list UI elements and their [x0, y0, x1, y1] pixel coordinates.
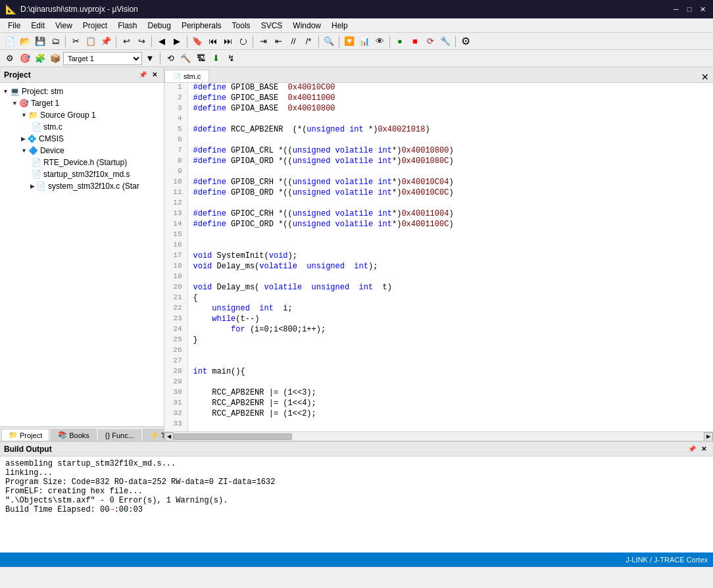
debug-view-button[interactable]: 📊	[357, 34, 372, 49]
download2-button[interactable]: ↯	[224, 51, 238, 66]
code-container[interactable]: 1#define GPIOB_BASE 0x40010C002#define G…	[164, 83, 713, 431]
new-file-button[interactable]: 📄	[3, 34, 17, 49]
line-content[interactable]	[187, 114, 713, 125]
line-content[interactable]: {	[187, 293, 713, 304]
line-content[interactable]	[187, 167, 713, 178]
menu-debug[interactable]: Debug	[143, 20, 176, 32]
line-content[interactable]: unsigned int i;	[187, 304, 713, 314]
close-button[interactable]: ✕	[697, 4, 708, 14]
nav-back-button[interactable]: ◀	[155, 34, 169, 49]
panel-tab-books[interactable]: 📚Books	[51, 429, 97, 441]
menu-view[interactable]: View	[50, 20, 78, 32]
tree-item[interactable]: ▶💠CMSIS	[0, 133, 164, 145]
indent-button[interactable]: ⇥	[256, 34, 270, 49]
rebuild-button[interactable]: 🏗	[193, 51, 208, 66]
menu-edit[interactable]: Edit	[26, 20, 50, 32]
find-button[interactable]: 🔍	[322, 34, 336, 49]
line-content[interactable]: int main(){	[187, 367, 713, 378]
tree-item[interactable]: ▶📄system_stm32f10x.c (Star	[0, 180, 164, 192]
reset-button[interactable]: ⟳	[423, 34, 437, 49]
editor-tab-stm-c[interactable]: 📄 stm.c	[164, 70, 209, 82]
scroll-left-button[interactable]: ◀	[164, 432, 174, 441]
menu-window[interactable]: Window	[287, 20, 326, 32]
panel-float-button[interactable]: 📌	[137, 70, 148, 80]
line-content[interactable]: }	[187, 335, 713, 346]
menu-help[interactable]: Help	[326, 20, 353, 32]
line-content[interactable]: #define GPIOB_CRH *((unsigned volatile i…	[187, 178, 713, 188]
panel-close-button[interactable]: ✕	[149, 70, 160, 80]
line-content[interactable]: void SystemInit(void);	[187, 251, 713, 262]
paste-button[interactable]: 📌	[99, 34, 113, 49]
redo-button[interactable]: ↪	[134, 34, 149, 49]
panel-tab-func...[interactable]: {}Func...	[98, 429, 141, 441]
bookmark-prev-button[interactable]: ⏮	[205, 34, 220, 49]
tree-item[interactable]: ▼💻Project: stm	[0, 86, 164, 97]
line-content[interactable]: #define RCC_APB2ENR (*(unsigned int *)0x…	[187, 125, 713, 135]
menu-svcs[interactable]: SVCS	[256, 20, 288, 32]
line-content[interactable]: #define GPIOB_BASE 0x40010C00	[187, 83, 713, 93]
line-content[interactable]: #define GPIOB_ORD *((unsigned volatile i…	[187, 188, 713, 199]
line-content[interactable]	[187, 135, 713, 146]
open-button[interactable]: 📂	[18, 34, 32, 49]
download-button[interactable]: ⬇	[209, 51, 223, 66]
line-content[interactable]: #define GPIOC_ORD *((unsigned volatile i…	[187, 220, 713, 230]
tree-item[interactable]: 📄stm.c	[0, 121, 164, 133]
menu-flash[interactable]: Flash	[112, 20, 142, 32]
tree-item[interactable]: 📄RTE_Device.h (Startup)	[0, 157, 164, 168]
copy-button[interactable]: 📋	[84, 34, 98, 49]
line-content[interactable]	[187, 356, 713, 367]
line-content[interactable]: #define GPIOA_ORD *((unsigned volatile i…	[187, 157, 713, 167]
line-content[interactable]: void Delay_ms(volatile unsigned int);	[187, 262, 713, 272]
uncomment-button[interactable]: /*	[301, 34, 316, 49]
settings-button[interactable]: ⚙	[458, 34, 473, 49]
run-stop-button[interactable]: ●	[393, 34, 407, 49]
build-button[interactable]: 🔨	[178, 51, 193, 66]
debug-watch-button[interactable]: 👁	[372, 34, 387, 49]
minimize-button[interactable]: ─	[671, 4, 681, 14]
scroll-thumb[interactable]	[174, 433, 292, 440]
line-content[interactable]: #define GPIOA_CRL *((unsigned volatile i…	[187, 146, 713, 157]
project-settings-button[interactable]: ⚙	[3, 51, 17, 66]
line-content[interactable]: void Delay_ms( volatile unsigned int t)	[187, 283, 713, 293]
save-button[interactable]: 💾	[33, 34, 47, 49]
translate-button[interactable]: ⟲	[163, 51, 178, 66]
tree-item[interactable]: 📄startup_stm32f10x_md.s	[0, 168, 164, 180]
line-content[interactable]	[187, 199, 713, 209]
panel-tab-temp...[interactable]: ⚡Temp...	[143, 429, 164, 441]
line-content[interactable]: #define GPIOC_CRH *((unsigned volatile i…	[187, 209, 713, 220]
line-content[interactable]: RCC_APB2ENR |= (1<<4);	[187, 399, 713, 409]
target-settings-button[interactable]: 🎯	[18, 51, 32, 66]
debug-option-button[interactable]: 🔽	[342, 34, 356, 49]
nav-fwd-button[interactable]: ▶	[170, 34, 184, 49]
bookmark-clear-button[interactable]: ⭮	[235, 34, 250, 49]
build-output-pin[interactable]: 📌	[687, 444, 697, 454]
menu-project[interactable]: Project	[78, 20, 112, 32]
stop-button[interactable]: ■	[408, 34, 422, 49]
scroll-right-button[interactable]: ▶	[704, 432, 713, 441]
unindent-button[interactable]: ⇤	[271, 34, 285, 49]
menu-file[interactable]: File	[3, 20, 26, 32]
line-content[interactable]	[187, 346, 713, 356]
tree-item[interactable]: ▼📁Source Group 1	[0, 109, 164, 121]
line-content[interactable]	[187, 272, 713, 283]
undo-button[interactable]: ↩	[119, 34, 134, 49]
line-content[interactable]	[187, 420, 713, 430]
tree-item[interactable]: ▼🎯Target 1	[0, 97, 164, 109]
line-content[interactable]	[187, 230, 713, 241]
target-dropdown[interactable]: Target 1	[63, 52, 142, 65]
bookmark-button[interactable]: 🔖	[190, 34, 205, 49]
line-content[interactable]: RCC_APB2ENR |= (1<<3);	[187, 388, 713, 399]
component-button[interactable]: 🧩	[33, 51, 47, 66]
save-all-button[interactable]: 🗂	[48, 34, 62, 49]
line-content[interactable]: while(t--)	[187, 314, 713, 325]
menu-peripherals[interactable]: Peripherals	[176, 20, 227, 32]
debug-extra-button[interactable]: 🔧	[438, 34, 453, 49]
line-content[interactable]	[187, 378, 713, 388]
line-content[interactable]: RCC_APB2ENR |= (1<<2);	[187, 409, 713, 420]
pack-button[interactable]: 📦	[48, 51, 62, 66]
line-content[interactable]: #define GPIOC_BASE 0x40011000	[187, 93, 713, 104]
line-content[interactable]	[187, 241, 713, 251]
menu-tools[interactable]: Tools	[227, 20, 256, 32]
comment-button[interactable]: //	[286, 34, 301, 49]
editor-close-button[interactable]: ✕	[697, 72, 713, 82]
